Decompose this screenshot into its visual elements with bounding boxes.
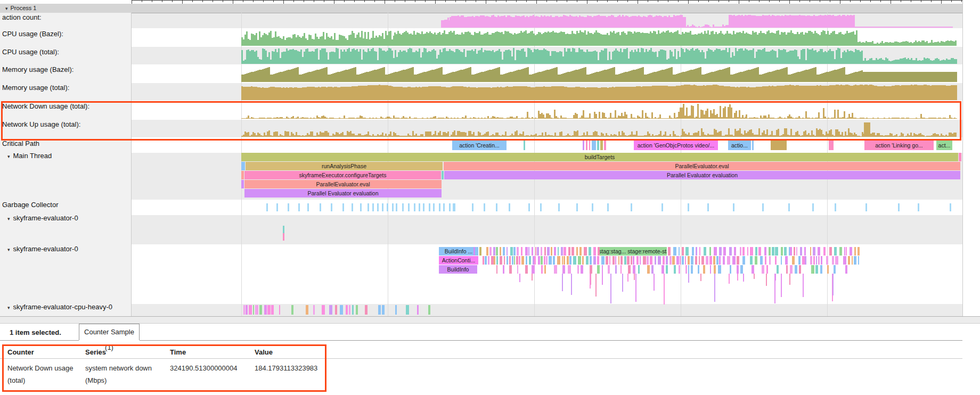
sidebar-track-label[interactable]: Memory usage (Bazel): — [2, 65, 74, 73]
sidebar-track-label[interactable]: Memory usage (total): — [2, 84, 69, 92]
critical-path-slice[interactable]: action 'Linking go... — [864, 141, 934, 150]
trace-slice[interactable] — [346, 305, 348, 315]
trace-slice[interactable] — [799, 265, 801, 274]
trace-slice[interactable] — [789, 274, 790, 285]
critical-path-slice[interactable] — [589, 141, 590, 150]
critical-path-slice[interactable] — [771, 141, 787, 150]
skyframe-slice[interactable] — [483, 256, 484, 265]
trace-slice[interactable] — [538, 256, 540, 265]
critical-path-slice[interactable] — [600, 141, 603, 150]
critical-path-slice[interactable] — [752, 141, 754, 150]
trace-slice[interactable] — [597, 256, 599, 265]
counter-sample-bar[interactable] — [956, 118, 957, 119]
trace-slice[interactable] — [349, 305, 350, 315]
main-thread-slice[interactable]: buildTargets — [241, 153, 958, 161]
trace-slice[interactable] — [662, 265, 664, 274]
gc-event-tick[interactable] — [707, 203, 709, 211]
trace-slice[interactable] — [519, 256, 520, 265]
gc-event-tick[interactable] — [472, 203, 473, 211]
trace-slice[interactable] — [688, 256, 690, 265]
trace-slice[interactable] — [521, 247, 522, 256]
trace-slice[interactable] — [737, 265, 739, 274]
gc-event-tick[interactable] — [439, 203, 440, 211]
trace-slice[interactable] — [537, 247, 539, 256]
trace-slice[interactable] — [567, 256, 569, 265]
sidebar-track-label[interactable]: ▾skyframe-evaluator-0 — [2, 245, 78, 253]
trace-slice[interactable] — [352, 305, 354, 315]
gc-event-tick[interactable] — [788, 203, 790, 211]
trace-slice[interactable] — [535, 247, 536, 256]
trace-slice[interactable] — [848, 256, 850, 265]
trace-slice[interactable] — [816, 256, 817, 265]
counter-sample-bar[interactable] — [955, 133, 957, 137]
trace-slice[interactable] — [597, 265, 600, 274]
trace-slice[interactable] — [573, 256, 576, 265]
trace-slice[interactable] — [494, 256, 495, 265]
trace-slice[interactable] — [762, 265, 764, 274]
counter-sample-bar[interactable] — [642, 110, 643, 119]
gc-event-tick[interactable] — [382, 203, 383, 211]
trace-slice[interactable] — [805, 256, 806, 265]
trace-slice[interactable] — [509, 265, 512, 274]
trace-slice[interactable] — [489, 247, 492, 256]
trace-slice[interactable] — [589, 247, 591, 256]
trace-slice[interactable] — [658, 256, 661, 265]
trace-slice[interactable] — [714, 265, 716, 274]
trace-slice[interactable] — [541, 256, 543, 265]
trace-slice[interactable] — [709, 256, 712, 265]
trace-slice[interactable] — [858, 247, 860, 256]
main-thread-slice[interactable] — [241, 180, 244, 188]
gc-event-tick[interactable] — [449, 203, 451, 211]
trace-slice[interactable] — [568, 247, 570, 256]
trace-slice[interactable] — [593, 247, 596, 256]
critical-path-slice[interactable] — [524, 141, 525, 150]
counter-sample-bar[interactable] — [853, 15, 855, 28]
trace-slice[interactable] — [663, 256, 665, 265]
counter-sample-bar[interactable] — [731, 108, 732, 119]
main-thread-slice[interactable] — [241, 171, 244, 179]
trace-slice[interactable] — [666, 256, 668, 265]
trace-slice[interactable] — [609, 256, 610, 265]
gc-event-tick[interactable] — [307, 203, 309, 211]
trace-slice[interactable] — [595, 274, 597, 297]
trace-slice[interactable] — [615, 265, 617, 274]
trace-slice[interactable] — [794, 247, 795, 256]
trace-slice[interactable] — [635, 274, 636, 302]
trace-slice[interactable] — [729, 274, 730, 284]
trace-slice[interactable] — [507, 247, 508, 256]
trace-slice[interactable] — [541, 265, 543, 274]
trace-slice[interactable] — [845, 265, 847, 274]
trace-slice[interactable] — [615, 256, 616, 265]
gc-event-tick[interactable] — [865, 203, 867, 211]
trace-slice[interactable] — [562, 265, 565, 274]
trace-slice[interactable] — [517, 247, 519, 256]
trace-slice[interactable] — [795, 265, 797, 274]
trace-slice[interactable] — [564, 247, 566, 256]
trace-slice[interactable] — [760, 256, 763, 265]
trace-slice[interactable] — [509, 256, 511, 265]
trace-slice[interactable] — [737, 274, 738, 281]
trace-slice[interactable] — [810, 256, 812, 265]
trace-slice[interactable] — [576, 247, 578, 256]
gc-event-tick[interactable] — [576, 203, 578, 211]
gc-event-tick[interactable] — [607, 203, 609, 211]
trace-slice[interactable] — [582, 256, 584, 265]
trace-slice[interactable] — [335, 305, 337, 315]
trace-slice[interactable] — [729, 247, 732, 256]
trace-slice[interactable] — [549, 256, 552, 265]
trace-slice[interactable] — [781, 256, 782, 265]
trace-slice[interactable] — [650, 256, 652, 265]
trace-slice[interactable] — [666, 265, 668, 274]
gc-event-tick[interactable] — [392, 203, 394, 211]
trace-slice[interactable] — [581, 265, 583, 274]
collapse-arrow-icon[interactable]: ▾ — [5, 4, 8, 13]
trace-slice[interactable] — [516, 256, 518, 265]
gc-event-tick[interactable] — [540, 203, 542, 211]
trace-slice[interactable] — [734, 247, 736, 256]
trace-slice[interactable] — [633, 265, 635, 274]
skyframe-slice[interactable]: BuildInfo — [439, 265, 477, 274]
trace-slice[interactable] — [624, 256, 626, 265]
trace-slice[interactable] — [732, 256, 736, 265]
trace-slice[interactable] — [719, 247, 722, 256]
trace-slice[interactable] — [844, 247, 845, 256]
